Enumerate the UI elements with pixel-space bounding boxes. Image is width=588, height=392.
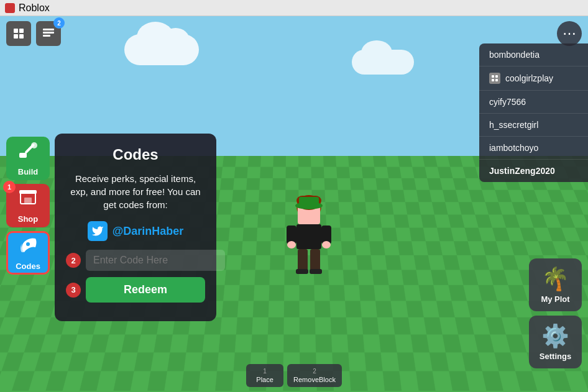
codes-label: Codes	[16, 262, 40, 271]
roblox-icon	[5, 3, 15, 13]
build-icon	[18, 140, 38, 165]
code-input-row: 2	[66, 250, 205, 271]
svg-rect-26	[495, 79, 498, 81]
svg-rect-24	[495, 75, 498, 78]
bottom-action-bar: 1 Place 2 RemoveBlock	[0, 364, 588, 387]
action-slot-2[interactable]: 2 RemoveBlock	[287, 364, 342, 387]
player-item-1: bombondetia	[479, 43, 588, 66]
settings-icon: ⚙️	[541, 323, 569, 349]
player-character	[284, 193, 334, 274]
settings-label: Settings	[540, 352, 571, 361]
svg-rect-31	[19, 190, 37, 194]
twitter-username[interactable]: @DarinHaber	[113, 225, 184, 238]
cloud1	[124, 34, 199, 65]
build-button[interactable]: Build	[6, 137, 50, 180]
player-item-3: cyify7566	[479, 91, 588, 114]
slot-1-number: 1	[252, 368, 277, 375]
svg-point-33	[26, 242, 30, 246]
svg-point-10	[287, 241, 296, 248]
svg-rect-19	[19, 34, 24, 39]
svg-rect-14	[296, 269, 308, 274]
player-name-1: bombondetia	[489, 50, 540, 60]
svg-rect-20	[43, 29, 54, 30]
svg-rect-6	[299, 197, 319, 207]
svg-point-11	[322, 241, 331, 248]
redeem-row: 3 Redeem	[66, 277, 205, 303]
shop-label: Shop	[18, 214, 39, 224]
titlebar: Roblox	[0, 0, 588, 16]
action-slot-1[interactable]: 1 Place	[246, 364, 283, 387]
player-item-4: h_ssecretgirl	[479, 114, 588, 137]
codes-panel: Codes Receive perks, special items, exp,…	[55, 134, 216, 321]
codes-icon	[18, 235, 38, 259]
twitter-icon	[88, 221, 108, 241]
slot-2-number: 2	[293, 368, 336, 375]
home-button[interactable]	[6, 21, 31, 46]
my-plot-label: My Plot	[541, 294, 569, 304]
codes-button[interactable]: Codes	[6, 231, 50, 275]
shop-icon	[18, 188, 38, 212]
player-name-5: iambotchoyo	[489, 143, 538, 153]
my-plot-button[interactable]: 🌴 My Plot	[529, 258, 582, 311]
player-item-6: JustinZeng2020	[479, 160, 588, 182]
player-name-4: h_ssecretgirl	[489, 120, 538, 130]
redeem-button[interactable]: Redeem	[86, 277, 205, 303]
twitter-handle-row: @DarinHaber	[66, 221, 205, 241]
player-name-3: cyify7566	[489, 97, 526, 107]
step-2-badge: 2	[66, 253, 81, 268]
player-item-2: coolgirlzplay	[479, 66, 588, 91]
slot-1-label: Place	[252, 376, 277, 383]
cloud2	[352, 50, 414, 75]
svg-rect-15	[310, 269, 322, 274]
svg-rect-28	[19, 153, 27, 158]
code-input-field[interactable]	[86, 250, 225, 271]
my-plot-icon: 🌴	[541, 266, 569, 292]
titlebar-text: Roblox	[19, 2, 50, 14]
notification-badge: 2	[53, 17, 65, 29]
svg-rect-17	[19, 29, 24, 33]
svg-rect-21	[43, 32, 54, 34]
svg-rect-12	[298, 249, 308, 271]
left-sidebar: Build 1 Shop Codes	[6, 137, 50, 275]
svg-rect-18	[14, 34, 18, 39]
player-name-2: coolgirlzplay	[505, 73, 553, 83]
codes-title: Codes	[66, 146, 205, 163]
more-options-button[interactable]: ⋯	[557, 21, 582, 46]
players-panel: bombondetia coolgirlzplay cyify7566 h_ss…	[479, 43, 588, 182]
step-3-badge: 3	[66, 283, 81, 298]
svg-rect-16	[14, 29, 18, 33]
slot-2-label: RemoveBlock	[293, 376, 336, 383]
codes-description: Receive perks, special items, exp, and m…	[66, 172, 205, 211]
shop-button[interactable]: 1 Shop	[6, 184, 50, 227]
top-left-icons: 2	[6, 21, 61, 46]
svg-point-29	[31, 142, 37, 148]
notifications-button[interactable]: 2	[36, 21, 61, 46]
more-icon: ⋯	[563, 25, 576, 42]
svg-rect-22	[43, 35, 50, 37]
player-name-6: JustinZeng2020	[489, 166, 555, 176]
svg-rect-7	[296, 224, 321, 249]
build-label: Build	[18, 167, 39, 176]
settings-button[interactable]: ⚙️ Settings	[529, 316, 582, 368]
player-icon-2	[489, 73, 500, 84]
shop-badge: 1	[3, 181, 16, 193]
svg-rect-32	[24, 198, 32, 204]
svg-rect-23	[492, 75, 494, 78]
svg-rect-25	[492, 79, 494, 81]
player-item-5: iambotchoyo	[479, 137, 588, 160]
svg-rect-13	[310, 249, 320, 271]
